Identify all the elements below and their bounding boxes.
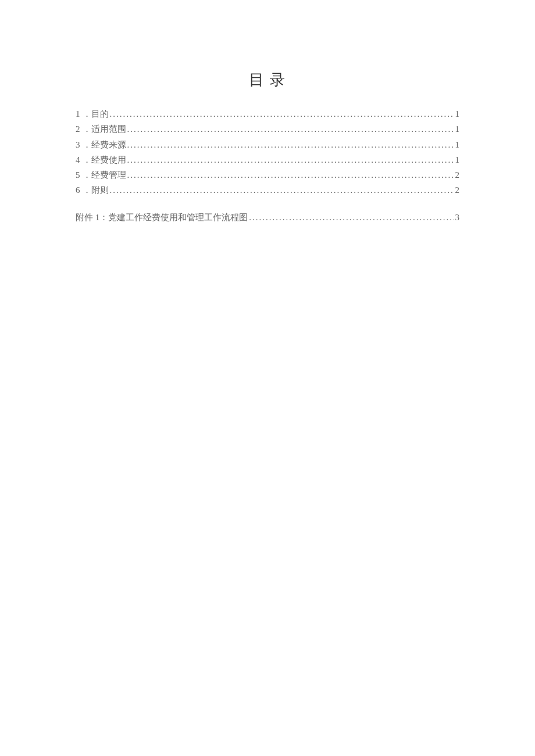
toc-page: 2 (455, 182, 460, 198)
toc-entry-2: 2 ．适用范围 1 (76, 121, 459, 137)
toc-page: 1 (455, 137, 460, 152)
toc-num: 2 (76, 121, 80, 137)
toc-leader-dots (127, 121, 454, 137)
toc-title: 目 录 (0, 70, 535, 90)
toc-num: 5 (76, 167, 80, 182)
toc-page: 2 (455, 167, 460, 182)
toc-list: 1 ．目的 1 2 ．适用范围 1 3 ．经费来源 1 4 ．经费使用 1 5 … (0, 106, 535, 225)
toc-entry-4: 4 ．经费使用 1 (76, 152, 459, 167)
toc-label: ．适用范围 (83, 121, 126, 137)
toc-page: 1 (455, 152, 460, 167)
toc-leader-dots (127, 152, 454, 167)
toc-leader-dots (127, 137, 454, 152)
toc-num: 6 (76, 182, 80, 198)
toc-label: ．目的 (83, 106, 109, 121)
toc-entry-appendix: 附件 1：党建工作经费使用和管理工作流程图 3 (76, 210, 459, 225)
toc-num: 3 (76, 137, 80, 152)
toc-leader-dots (110, 182, 454, 198)
toc-leader-dots (249, 210, 454, 225)
toc-label: ．经费管理 (83, 167, 126, 182)
toc-label: ．附则 (83, 182, 109, 198)
toc-label: ．经费来源 (83, 137, 126, 152)
toc-entry-3: 3 ．经费来源 1 (76, 137, 459, 152)
toc-entry-1: 1 ．目的 1 (76, 106, 459, 121)
toc-appendix-label: 附件 1：党建工作经费使用和管理工作流程图 (76, 210, 248, 225)
toc-leader-dots (110, 106, 454, 121)
toc-entry-6: 6 ．附则 2 (76, 182, 459, 198)
toc-page: 3 (455, 210, 460, 225)
toc-label: ．经费使用 (83, 152, 126, 167)
section-spacer (76, 198, 459, 210)
toc-num: 1 (76, 106, 80, 121)
toc-page: 1 (455, 121, 460, 137)
toc-leader-dots (127, 167, 454, 182)
toc-page: 1 (455, 106, 460, 121)
toc-num: 4 (76, 152, 80, 167)
toc-entry-5: 5 ．经费管理 2 (76, 167, 459, 182)
